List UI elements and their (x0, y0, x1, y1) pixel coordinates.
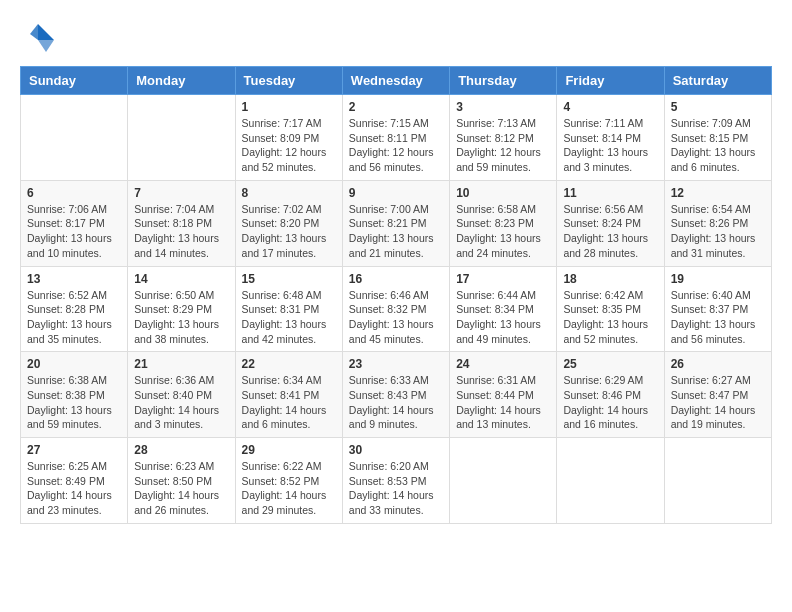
logo (20, 20, 60, 56)
day-header-monday: Monday (128, 67, 235, 95)
day-number: 7 (134, 186, 228, 200)
calendar-cell (557, 438, 664, 524)
day-number: 6 (27, 186, 121, 200)
day-info: Sunrise: 7:06 AMSunset: 8:17 PMDaylight:… (27, 202, 121, 261)
calendar-header-row: SundayMondayTuesdayWednesdayThursdayFrid… (21, 67, 772, 95)
header (20, 20, 772, 56)
day-info: Sunrise: 7:09 AMSunset: 8:15 PMDaylight:… (671, 116, 765, 175)
calendar-cell (128, 95, 235, 181)
svg-marker-1 (38, 40, 54, 52)
calendar-cell: 16Sunrise: 6:46 AMSunset: 8:32 PMDayligh… (342, 266, 449, 352)
day-header-friday: Friday (557, 67, 664, 95)
day-number: 10 (456, 186, 550, 200)
day-number: 8 (242, 186, 336, 200)
calendar-cell (21, 95, 128, 181)
week-row-2: 13Sunrise: 6:52 AMSunset: 8:28 PMDayligh… (21, 266, 772, 352)
calendar-cell: 28Sunrise: 6:23 AMSunset: 8:50 PMDayligh… (128, 438, 235, 524)
day-info: Sunrise: 6:42 AMSunset: 8:35 PMDaylight:… (563, 288, 657, 347)
calendar-cell (450, 438, 557, 524)
day-number: 1 (242, 100, 336, 114)
calendar-cell: 2Sunrise: 7:15 AMSunset: 8:11 PMDaylight… (342, 95, 449, 181)
week-row-4: 27Sunrise: 6:25 AMSunset: 8:49 PMDayligh… (21, 438, 772, 524)
day-info: Sunrise: 7:00 AMSunset: 8:21 PMDaylight:… (349, 202, 443, 261)
calendar-cell: 27Sunrise: 6:25 AMSunset: 8:49 PMDayligh… (21, 438, 128, 524)
day-info: Sunrise: 7:02 AMSunset: 8:20 PMDaylight:… (242, 202, 336, 261)
day-number: 20 (27, 357, 121, 371)
calendar: SundayMondayTuesdayWednesdayThursdayFrid… (20, 66, 772, 524)
day-header-wednesday: Wednesday (342, 67, 449, 95)
day-number: 17 (456, 272, 550, 286)
calendar-cell: 10Sunrise: 6:58 AMSunset: 8:23 PMDayligh… (450, 180, 557, 266)
svg-marker-0 (38, 24, 54, 40)
day-number: 26 (671, 357, 765, 371)
week-row-3: 20Sunrise: 6:38 AMSunset: 8:38 PMDayligh… (21, 352, 772, 438)
day-header-thursday: Thursday (450, 67, 557, 95)
day-info: Sunrise: 6:20 AMSunset: 8:53 PMDaylight:… (349, 459, 443, 518)
logo-icon (20, 20, 56, 56)
day-info: Sunrise: 6:40 AMSunset: 8:37 PMDaylight:… (671, 288, 765, 347)
day-info: Sunrise: 6:33 AMSunset: 8:43 PMDaylight:… (349, 373, 443, 432)
day-info: Sunrise: 7:15 AMSunset: 8:11 PMDaylight:… (349, 116, 443, 175)
calendar-cell: 13Sunrise: 6:52 AMSunset: 8:28 PMDayligh… (21, 266, 128, 352)
day-number: 24 (456, 357, 550, 371)
calendar-cell: 8Sunrise: 7:02 AMSunset: 8:20 PMDaylight… (235, 180, 342, 266)
day-info: Sunrise: 6:48 AMSunset: 8:31 PMDaylight:… (242, 288, 336, 347)
svg-marker-2 (30, 24, 38, 40)
day-info: Sunrise: 6:38 AMSunset: 8:38 PMDaylight:… (27, 373, 121, 432)
calendar-cell: 21Sunrise: 6:36 AMSunset: 8:40 PMDayligh… (128, 352, 235, 438)
week-row-0: 1Sunrise: 7:17 AMSunset: 8:09 PMDaylight… (21, 95, 772, 181)
calendar-cell: 18Sunrise: 6:42 AMSunset: 8:35 PMDayligh… (557, 266, 664, 352)
calendar-cell: 24Sunrise: 6:31 AMSunset: 8:44 PMDayligh… (450, 352, 557, 438)
day-info: Sunrise: 6:54 AMSunset: 8:26 PMDaylight:… (671, 202, 765, 261)
day-number: 5 (671, 100, 765, 114)
day-info: Sunrise: 7:13 AMSunset: 8:12 PMDaylight:… (456, 116, 550, 175)
day-number: 11 (563, 186, 657, 200)
calendar-cell: 1Sunrise: 7:17 AMSunset: 8:09 PMDaylight… (235, 95, 342, 181)
day-info: Sunrise: 6:44 AMSunset: 8:34 PMDaylight:… (456, 288, 550, 347)
day-number: 23 (349, 357, 443, 371)
day-header-saturday: Saturday (664, 67, 771, 95)
day-info: Sunrise: 6:50 AMSunset: 8:29 PMDaylight:… (134, 288, 228, 347)
day-header-tuesday: Tuesday (235, 67, 342, 95)
day-number: 18 (563, 272, 657, 286)
day-info: Sunrise: 7:17 AMSunset: 8:09 PMDaylight:… (242, 116, 336, 175)
day-number: 25 (563, 357, 657, 371)
calendar-cell: 9Sunrise: 7:00 AMSunset: 8:21 PMDaylight… (342, 180, 449, 266)
calendar-cell: 11Sunrise: 6:56 AMSunset: 8:24 PMDayligh… (557, 180, 664, 266)
day-number: 28 (134, 443, 228, 457)
day-info: Sunrise: 6:52 AMSunset: 8:28 PMDaylight:… (27, 288, 121, 347)
day-number: 21 (134, 357, 228, 371)
day-header-sunday: Sunday (21, 67, 128, 95)
day-number: 9 (349, 186, 443, 200)
day-info: Sunrise: 6:56 AMSunset: 8:24 PMDaylight:… (563, 202, 657, 261)
calendar-cell: 14Sunrise: 6:50 AMSunset: 8:29 PMDayligh… (128, 266, 235, 352)
week-row-1: 6Sunrise: 7:06 AMSunset: 8:17 PMDaylight… (21, 180, 772, 266)
calendar-cell: 20Sunrise: 6:38 AMSunset: 8:38 PMDayligh… (21, 352, 128, 438)
calendar-cell: 3Sunrise: 7:13 AMSunset: 8:12 PMDaylight… (450, 95, 557, 181)
calendar-cell: 12Sunrise: 6:54 AMSunset: 8:26 PMDayligh… (664, 180, 771, 266)
calendar-cell: 15Sunrise: 6:48 AMSunset: 8:31 PMDayligh… (235, 266, 342, 352)
day-info: Sunrise: 6:25 AMSunset: 8:49 PMDaylight:… (27, 459, 121, 518)
calendar-cell: 23Sunrise: 6:33 AMSunset: 8:43 PMDayligh… (342, 352, 449, 438)
day-info: Sunrise: 6:36 AMSunset: 8:40 PMDaylight:… (134, 373, 228, 432)
day-number: 27 (27, 443, 121, 457)
day-number: 30 (349, 443, 443, 457)
day-number: 15 (242, 272, 336, 286)
day-info: Sunrise: 6:27 AMSunset: 8:47 PMDaylight:… (671, 373, 765, 432)
day-info: Sunrise: 6:46 AMSunset: 8:32 PMDaylight:… (349, 288, 443, 347)
day-number: 22 (242, 357, 336, 371)
day-number: 19 (671, 272, 765, 286)
calendar-cell: 19Sunrise: 6:40 AMSunset: 8:37 PMDayligh… (664, 266, 771, 352)
calendar-cell: 4Sunrise: 7:11 AMSunset: 8:14 PMDaylight… (557, 95, 664, 181)
day-number: 16 (349, 272, 443, 286)
calendar-cell: 7Sunrise: 7:04 AMSunset: 8:18 PMDaylight… (128, 180, 235, 266)
calendar-cell: 29Sunrise: 6:22 AMSunset: 8:52 PMDayligh… (235, 438, 342, 524)
day-number: 4 (563, 100, 657, 114)
calendar-cell: 6Sunrise: 7:06 AMSunset: 8:17 PMDaylight… (21, 180, 128, 266)
day-number: 29 (242, 443, 336, 457)
day-number: 14 (134, 272, 228, 286)
calendar-cell: 30Sunrise: 6:20 AMSunset: 8:53 PMDayligh… (342, 438, 449, 524)
day-info: Sunrise: 6:29 AMSunset: 8:46 PMDaylight:… (563, 373, 657, 432)
day-number: 2 (349, 100, 443, 114)
day-info: Sunrise: 6:58 AMSunset: 8:23 PMDaylight:… (456, 202, 550, 261)
